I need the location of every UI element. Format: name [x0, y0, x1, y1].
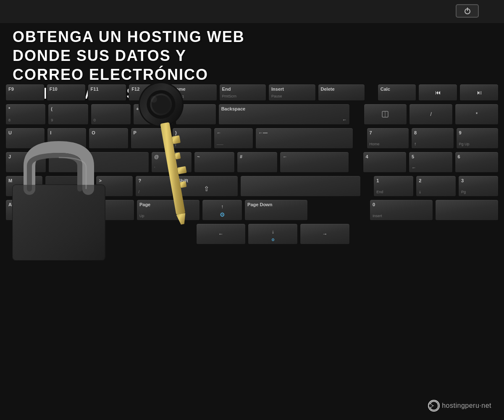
key-shift-right: Shift ⇧: [175, 176, 238, 197]
spacer-left: [5, 223, 194, 245]
key-f11: F11: [88, 84, 127, 102]
key-o: O: [89, 128, 128, 150]
key-page-down: Page Down: [244, 200, 308, 221]
key-3: * 8: [5, 104, 46, 126]
number-row: * 8 ( 9 0 + = Backspace ←: [2, 104, 502, 126]
power-button[interactable]: [456, 4, 479, 18]
key-num2: 2 ↓: [416, 176, 456, 197]
key-numslash: /: [409, 104, 453, 126]
key-end: End PmtScrn: [219, 84, 266, 102]
arrow-row: ← ↓ ⚙ →: [2, 223, 502, 245]
key-tilde: ~: [194, 152, 235, 173]
key-open-paren: ( 9: [48, 104, 88, 126]
key-enter-top: ← ——: [214, 128, 253, 150]
spacer-right: [352, 223, 499, 245]
key-0: 0: [91, 104, 131, 126]
key-numstar: *: [455, 104, 499, 126]
key-question: ? /: [135, 176, 173, 197]
key-shift-right2: [240, 176, 361, 197]
bottom-row: Alt Gr Ctrl Page Up ↑ ⚙ Page Down 0 Inse…: [2, 200, 502, 221]
f-key-row: F9 F10 F11 F12 Home SysRq End PmtScrn In…: [2, 84, 502, 102]
key-at: @ ': [151, 152, 192, 173]
scene: OBTENGA UN HOSTING WEB DONDE SUS DATOS Y…: [0, 0, 504, 420]
key-numdot: [435, 200, 499, 221]
m-row: M > ? / Shift ⇧ 1 End 2: [2, 176, 502, 197]
key-numlock: [364, 104, 407, 126]
key-num7: 7 Home: [367, 128, 409, 150]
key-altgr: Alt Gr: [5, 200, 69, 221]
key-gt: >: [96, 176, 133, 197]
key-insert: Insert Pause: [268, 84, 315, 102]
key-num8: 8 ↑: [411, 128, 454, 150]
home-row: J @ ' ~ # ← 4 5 ←: [2, 152, 502, 173]
key-enter: ←—: [255, 128, 353, 150]
key-down-arrow: ↓ ⚙: [248, 223, 298, 245]
key-num5: 5 ←: [409, 152, 453, 173]
key-f12: F12: [129, 84, 168, 102]
key-num9: 9 Pg Up: [456, 128, 499, 150]
key-equals: =: [176, 104, 216, 126]
key-delete: Delete: [318, 84, 365, 102]
logo-area: hostingperu·net: [428, 400, 491, 412]
key-calc: Calc: [378, 84, 417, 102]
key-i: I: [47, 128, 87, 150]
key-home: Home SysRq: [170, 84, 217, 102]
svg-point-17: [429, 404, 432, 407]
key-up-arrow: ↑ ⚙: [202, 200, 242, 221]
key-num6: 6: [455, 152, 499, 173]
key-num0: 0 Insert: [370, 200, 433, 221]
key-right-arrow: →: [300, 223, 350, 245]
key-num1: 1 End: [373, 176, 414, 197]
uiop-row: U I O P } ] ← —— ←— 7: [2, 128, 502, 150]
key-f9: F9: [5, 84, 45, 102]
key-u: U: [5, 128, 45, 150]
key-enter2: ←: [280, 152, 349, 173]
key-padlock-area: [45, 176, 94, 197]
key-num3: 3 Pg: [458, 176, 499, 197]
key-play-pause: ⏯: [459, 84, 499, 102]
key-hash: #: [237, 152, 278, 173]
key-ctrl-right: Ctrl: [71, 200, 134, 221]
logo-text: hostingperu·net: [442, 402, 491, 410]
top-bar: [0, 0, 504, 23]
key-m: M: [5, 176, 43, 197]
key-j: J: [5, 152, 46, 173]
key-p: P: [131, 128, 170, 150]
logo-icon: [428, 400, 440, 412]
key-f10: F10: [47, 84, 86, 102]
keyboard-container: F9 F10 F11 F12 Home SysRq End PmtScrn In…: [0, 84, 504, 420]
key-page-up: Page Up: [136, 200, 200, 221]
key-prev-track: ⏮: [418, 84, 457, 102]
key-open-bracket: } ]: [172, 128, 212, 150]
key-plus: +: [133, 104, 173, 126]
key-k-area: [48, 152, 149, 173]
key-left-arrow: ←: [196, 223, 246, 245]
key-backspace: Backspace ←: [218, 104, 350, 126]
key-num4: 4: [363, 152, 407, 173]
